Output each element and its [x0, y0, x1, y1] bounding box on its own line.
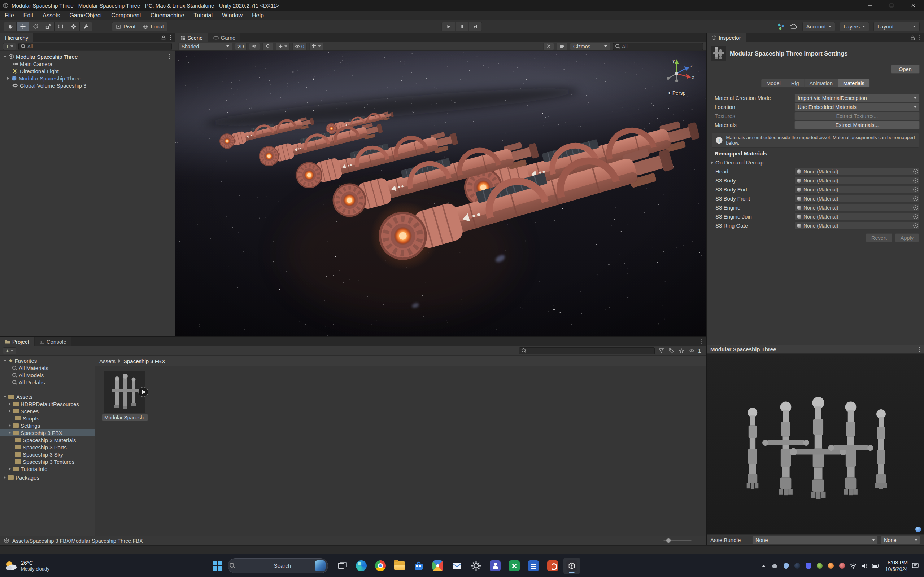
- search-by-label-icon[interactable]: [668, 347, 675, 355]
- update-tray-button[interactable]: [827, 562, 835, 569]
- toggle-2d-button[interactable]: 2D: [235, 43, 247, 50]
- tab-project[interactable]: Project: [0, 337, 34, 346]
- folder-scenes[interactable]: Scenes: [0, 408, 95, 415]
- assets-root-row[interactable]: Assets: [0, 393, 95, 400]
- object-picker-icon[interactable]: [913, 223, 918, 228]
- foldout-open-icon[interactable]: [3, 56, 6, 58]
- play-button[interactable]: [442, 22, 456, 31]
- tab-console[interactable]: Console: [35, 337, 71, 346]
- cloud-icon[interactable]: [789, 23, 798, 30]
- kebab-menu-icon[interactable]: [919, 347, 921, 352]
- chrome-button[interactable]: [372, 558, 389, 574]
- security-tray-button[interactable]: [782, 562, 790, 569]
- tab-materials[interactable]: Materials: [838, 79, 870, 88]
- foldout-open-icon[interactable]: [3, 396, 6, 398]
- open-button[interactable]: Open: [891, 64, 920, 74]
- audio-manager-tray-button[interactable]: [838, 562, 846, 569]
- scale-tool-button[interactable]: [42, 22, 55, 31]
- kebab-menu-icon[interactable]: [701, 339, 703, 344]
- thumbnail-size-slider[interactable]: [663, 540, 691, 541]
- object-picker-icon[interactable]: [913, 205, 918, 210]
- folder-spaceship-3-textures[interactable]: Spaceship 3 Textures: [0, 458, 95, 465]
- edge-button[interactable]: [353, 558, 370, 574]
- folder-spaceship-3-sky[interactable]: Spaceship 3 Sky: [0, 451, 95, 458]
- close-button[interactable]: [902, 0, 924, 11]
- layout-dropdown[interactable]: Layout: [874, 22, 920, 31]
- hierarchy-search-input[interactable]: [27, 44, 169, 49]
- foldout-collapsed-icon[interactable]: [9, 467, 11, 470]
- weather-widget[interactable]: 26°C Mostly cloudy: [0, 554, 54, 577]
- nvidia-tray-button[interactable]: [816, 562, 823, 569]
- taskbar-search[interactable]: Search: [228, 558, 328, 574]
- minimize-button[interactable]: [859, 0, 881, 11]
- play-preview-button[interactable]: [138, 387, 149, 397]
- search-highlight-thumbnail[interactable]: [315, 561, 326, 571]
- breadcrumb-current[interactable]: Spaceship 3 FBX: [123, 358, 165, 364]
- step-button[interactable]: [468, 22, 482, 31]
- powerpoint-button[interactable]: [544, 558, 561, 574]
- scene-camera-button[interactable]: [557, 43, 567, 50]
- tab-inspector[interactable]: Inspector: [707, 33, 746, 42]
- material-object-field[interactable]: None (Material): [795, 168, 920, 176]
- custom-tool-button[interactable]: [79, 22, 92, 31]
- hierarchy-search[interactable]: [18, 43, 172, 50]
- task-view-button[interactable]: [334, 558, 351, 574]
- steam-tray-button[interactable]: [794, 562, 801, 569]
- add-object-button[interactable]: +: [3, 43, 16, 50]
- discord-tray-button[interactable]: [805, 562, 812, 569]
- lighting-toggle-button[interactable]: [262, 43, 273, 50]
- maximize-button[interactable]: [881, 0, 902, 11]
- photos-button[interactable]: [430, 558, 446, 574]
- store-button[interactable]: [410, 558, 427, 574]
- hierarchy-item-main-camera[interactable]: Main Camera: [0, 60, 175, 68]
- object-picker-icon[interactable]: [913, 169, 918, 174]
- menu-tutorial[interactable]: Tutorial: [189, 11, 217, 20]
- asset-preview[interactable]: [707, 354, 924, 534]
- folder-settings[interactable]: Settings: [0, 422, 95, 429]
- volume-button[interactable]: [861, 562, 868, 569]
- saved-search-star-icon[interactable]: [678, 347, 685, 355]
- project-search-input[interactable]: [528, 348, 652, 354]
- action-center-button[interactable]: [912, 562, 919, 569]
- location-dropdown[interactable]: Use Embedded Materials: [795, 103, 920, 111]
- pause-button[interactable]: [455, 22, 469, 31]
- object-picker-icon[interactable]: [913, 178, 918, 183]
- hand-tool-button[interactable]: [3, 22, 16, 31]
- hierarchy-scene-row[interactable]: Modular Spaceship Three: [0, 53, 175, 60]
- menu-component[interactable]: Component: [107, 11, 146, 20]
- hierarchy-item-global-volume[interactable]: Global Volume Spaceship 3: [0, 82, 175, 89]
- version-control-icon[interactable]: [777, 23, 785, 31]
- creation-mode-dropdown[interactable]: Import via MaterialDescription: [795, 94, 920, 102]
- audio-toggle-button[interactable]: [249, 43, 260, 50]
- material-object-field[interactable]: None (Material): [795, 222, 920, 230]
- object-picker-icon[interactable]: [913, 214, 918, 219]
- material-object-field[interactable]: None (Material): [795, 177, 920, 185]
- transform-tool-button[interactable]: [67, 22, 80, 31]
- create-asset-button[interactable]: +: [3, 347, 16, 355]
- folder-spaceship-3-fbx[interactable]: Spaceship 3 FBX: [0, 429, 95, 436]
- assetbundle-variant-dropdown[interactable]: None: [881, 536, 921, 544]
- search-by-type-icon[interactable]: [657, 347, 665, 355]
- tab-animation[interactable]: Animation: [804, 79, 838, 88]
- menu-help[interactable]: Help: [247, 11, 268, 20]
- grid-dropdown-button[interactable]: [309, 43, 323, 50]
- kebab-menu-icon[interactable]: [919, 35, 921, 40]
- menu-gameobject[interactable]: GameObject: [65, 11, 107, 20]
- tab-model[interactable]: Model: [761, 79, 786, 88]
- tab-scene[interactable]: Scene: [175, 33, 208, 42]
- folder-spaceship-3-parts[interactable]: Spaceship 3 Parts: [0, 443, 95, 451]
- slider-knob[interactable]: [666, 538, 670, 543]
- rect-tool-button[interactable]: [54, 22, 67, 31]
- foldout-open-icon[interactable]: [3, 359, 6, 362]
- object-picker-icon[interactable]: [913, 187, 918, 192]
- hidden-packages-eye-icon[interactable]: [688, 347, 695, 355]
- effects-dropdown-button[interactable]: [276, 43, 290, 50]
- onedrive-tray-button[interactable]: [771, 562, 779, 569]
- menu-cinemachine[interactable]: Cinemachine: [146, 11, 189, 20]
- mail-button[interactable]: [449, 558, 465, 574]
- asset-thumbnail[interactable]: [104, 371, 145, 413]
- preview-header[interactable]: Modular Spaceship Three: [707, 345, 924, 354]
- rotate-tool-button[interactable]: [29, 22, 42, 31]
- breadcrumb-assets[interactable]: Assets: [99, 358, 115, 364]
- folder-hdrpdefaultresources[interactable]: HDRPDefaultResources: [0, 400, 95, 408]
